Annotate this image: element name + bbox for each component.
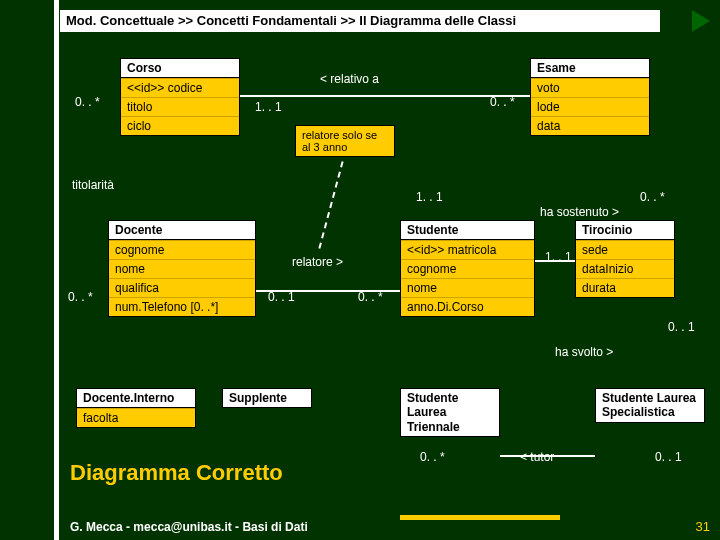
next-arrow-icon[interactable] xyxy=(692,10,710,32)
mult: 0. . * xyxy=(420,450,445,464)
attr: lode xyxy=(531,97,649,116)
connector xyxy=(535,260,575,262)
mult: 0. . 1 xyxy=(268,290,295,304)
mult: 1. . 1 xyxy=(416,190,443,204)
attr: durata xyxy=(576,278,674,297)
attr: dataInizio xyxy=(576,259,674,278)
dashed-connector xyxy=(318,161,343,248)
mult: 0. . * xyxy=(358,290,383,304)
assoc-relatore: relatore > xyxy=(292,255,343,269)
class-studente: Studente <<id>> matricola cognome nome a… xyxy=(400,220,535,317)
assoc-sostenuto: ha sostenuto > xyxy=(540,205,619,219)
mult: 0. . * xyxy=(640,190,665,204)
class-title: Studente xyxy=(401,221,534,240)
class-supplente: Supplente xyxy=(222,388,312,408)
page-number: 31 xyxy=(696,519,710,534)
attr: <<id>> matricola xyxy=(401,240,534,259)
assoc-tutor: < tutor xyxy=(520,450,554,464)
class-esame: Esame voto lode data xyxy=(530,58,650,136)
breadcrumb: Mod. Concettuale >> Concetti Fondamental… xyxy=(60,10,660,32)
assoc-titolarita: titolarità xyxy=(72,178,114,192)
class-title: Tirocinio xyxy=(576,221,674,240)
attr: data xyxy=(531,116,649,135)
mult: 0. . * xyxy=(68,290,93,304)
class-title: Studente Laurea Triennale xyxy=(401,389,499,436)
class-tirocinio: Tirocinio sede dataInizio durata xyxy=(575,220,675,298)
mult: 0. . * xyxy=(490,95,515,109)
mult: 0. . 1 xyxy=(668,320,695,334)
attr: facolta xyxy=(77,408,195,427)
attr: nome xyxy=(109,259,255,278)
class-title: Studente Laurea Specialistica xyxy=(596,389,704,422)
mult: 1. . 1 xyxy=(255,100,282,114)
attr: cognome xyxy=(109,240,255,259)
attr: cognome xyxy=(401,259,534,278)
attr: qualifica xyxy=(109,278,255,297)
class-corso: Corso <<id>> codice titolo ciclo xyxy=(120,58,240,136)
connector xyxy=(256,290,400,292)
class-title: Supplente xyxy=(223,389,311,407)
mult: 0. . 1 xyxy=(655,450,682,464)
note-relatore-solo: relatore solo se al 3 anno xyxy=(295,125,395,157)
class-studente-ls: Studente Laurea Specialistica xyxy=(595,388,705,423)
connector xyxy=(240,95,530,97)
connector xyxy=(500,455,595,457)
assoc-svolto: ha svolto > xyxy=(555,345,613,359)
attr: ciclo xyxy=(121,116,239,135)
attr: voto xyxy=(531,78,649,97)
assoc-relativo: < relativo a xyxy=(320,72,379,86)
vertical-stripe xyxy=(54,0,59,540)
attr: nome xyxy=(401,278,534,297)
attr: titolo xyxy=(121,97,239,116)
mult: 0. . * xyxy=(75,95,100,109)
attr: anno.Di.Corso xyxy=(401,297,534,316)
footer: G. Mecca - mecca@unibas.it - Basi di Dat… xyxy=(70,520,308,534)
class-docente: Docente cognome nome qualifica num.Telef… xyxy=(108,220,256,317)
class-title: Docente.Interno xyxy=(77,389,195,408)
class-title: Docente xyxy=(109,221,255,240)
class-title: Esame xyxy=(531,59,649,78)
attr: sede xyxy=(576,240,674,259)
class-title: Corso xyxy=(121,59,239,78)
class-studente-lt: Studente Laurea Triennale xyxy=(400,388,500,437)
class-docente-interno: Docente.Interno facolta xyxy=(76,388,196,428)
decoration-bar xyxy=(400,515,560,520)
page-title: Diagramma Corretto xyxy=(70,460,283,486)
attr: num.Telefono [0. .*] xyxy=(109,297,255,316)
attr: <<id>> codice xyxy=(121,78,239,97)
